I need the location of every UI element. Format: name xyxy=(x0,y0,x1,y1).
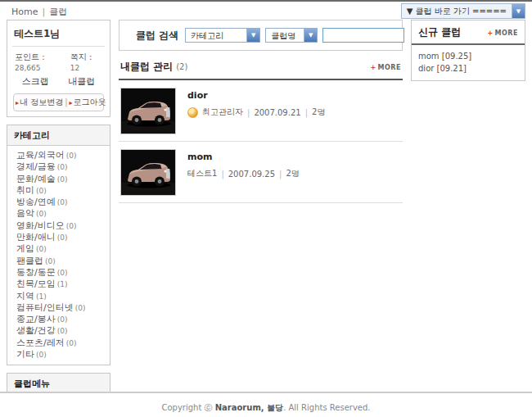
plus-icon: + xyxy=(487,29,493,37)
category-count: (0) xyxy=(57,163,68,171)
meta-separator: | xyxy=(221,170,223,179)
category-count: (0) xyxy=(66,339,77,347)
club-date: 2007.09.21 xyxy=(254,108,300,117)
category-count: (1) xyxy=(36,292,47,301)
club-meta: 최고관리자 | 2007.09.21 | 2명 xyxy=(187,107,325,118)
myclub-more-link[interactable]: +MORE xyxy=(370,64,401,71)
category-item[interactable]: 동창/동문(0) xyxy=(7,267,110,279)
right-sidebar: 신규 클럽 +MORE mom [09.25] dior [09.21] xyxy=(411,20,525,88)
club-quick-jump-select[interactable]: ▼ 클럽 바로 가기 ===== ▼ xyxy=(401,3,525,19)
category-count: (0) xyxy=(57,175,68,184)
club-info: dior 최고관리자 | 2007.09.21 | 2명 xyxy=(187,88,325,134)
myclub-list: dior 최고관리자 | 2007.09.21 | 2명 xyxy=(119,80,403,203)
user-info-box: 테스트1님 포인트 : 28,665 쪽지 : 12 스크랩 내클럽 ▸내 정보… xyxy=(7,20,110,117)
category-box: 카테고리 교육/외국어(0) 경제/금융(0) 문화/예술(0) 취미(0) 방… xyxy=(7,125,110,365)
breadcrumb-home[interactable]: Home xyxy=(11,7,38,17)
memo-value: 12 xyxy=(70,64,79,72)
arrow-bullet-icon: ▸ xyxy=(70,99,73,107)
left-sidebar: 테스트1님 포인트 : 28,665 쪽지 : 12 스크랩 내클럽 ▸내 정보… xyxy=(7,20,110,417)
club-search-bar: 클럽 검색 카테고리 ▼ 클럽명 ▼ 검색 xyxy=(119,20,403,51)
user-links: 스크랩 내클럽 xyxy=(12,73,105,93)
search-label: 클럽 검색 xyxy=(136,29,178,43)
search-input[interactable] xyxy=(322,28,404,43)
search-category-select[interactable]: 카테고리 ▼ xyxy=(185,28,260,43)
category-count: (0) xyxy=(45,257,56,265)
club-thumbnail-car-image[interactable] xyxy=(120,149,176,196)
footer: Copyright ⓒ Naraorum, 불당. All Rights Res… xyxy=(0,392,532,417)
gold-medal-icon xyxy=(187,107,198,118)
top-bar: Home|클럽 ▼ 클럽 바로 가기 ===== ▼ xyxy=(0,2,532,20)
myclub-section-title: 내클럽 관리 xyxy=(120,60,173,74)
myclub-section-header: 내클럽 관리 (2) +MORE xyxy=(119,57,403,80)
new-clubs-box: 신규 클럽 +MORE mom [09.25] dior [09.21] xyxy=(411,20,525,81)
new-clubs-list: mom [09.25] dior [09.21] xyxy=(412,45,525,80)
breadcrumb-separator: | xyxy=(42,7,45,17)
search-field-select[interactable]: 클럽명 ▼ xyxy=(265,28,318,43)
category-title: 카테고리 xyxy=(7,125,110,146)
breadcrumb-club[interactable]: 클럽 xyxy=(49,7,67,17)
category-count: (0) xyxy=(36,351,47,359)
myclub-link[interactable]: 내클럽 xyxy=(68,75,95,88)
main-content: 클럽 검색 카테고리 ▼ 클럽명 ▼ 검색 내클럽 관리 (2) +MOR xyxy=(119,20,403,203)
columns: 테스트1님 포인트 : 28,665 쪽지 : 12 스크랩 내클럽 ▸내 정보… xyxy=(0,20,532,417)
category-item[interactable]: 스포츠/레저(0) xyxy=(7,338,110,349)
category-item[interactable]: 교육/외국어(0) xyxy=(7,150,110,161)
new-club-item[interactable]: dior [09.21] xyxy=(418,62,518,75)
meta-separator: | xyxy=(247,108,250,117)
category-count: (0) xyxy=(66,152,77,160)
club-name-link[interactable]: dior xyxy=(187,90,325,101)
category-item[interactable]: 팬클럽(0) xyxy=(7,256,110,267)
new-clubs-header: 신규 클럽 +MORE xyxy=(412,20,525,45)
edit-info-button[interactable]: 내 정보변경 xyxy=(20,97,63,107)
logout-button[interactable]: 로그아웃 xyxy=(74,97,106,107)
category-list: 교육/외국어(0) 경제/금융(0) 문화/예술(0) 취미(0) 방송/연예(… xyxy=(7,146,110,365)
new-club-item[interactable]: mom [09.25] xyxy=(418,50,518,62)
category-item[interactable]: 컴퓨터/인터넷(0) xyxy=(7,302,110,314)
category-count: (0) xyxy=(57,198,68,206)
arrow-bullet-icon: ▸ xyxy=(16,99,19,107)
new-clubs-more-link[interactable]: +MORE xyxy=(487,29,518,37)
meta-separator: | xyxy=(305,108,308,117)
category-count: (0) xyxy=(36,210,47,218)
club-owner: 테스트1 xyxy=(187,168,217,179)
user-stats: 포인트 : 28,665 쪽지 : 12 xyxy=(12,47,105,73)
category-count: (0) xyxy=(36,187,47,195)
club-row: dior 최고관리자 | 2007.09.21 | 2명 xyxy=(119,80,403,142)
category-item[interactable]: 기타(0) xyxy=(7,349,110,360)
copyright-text: Copyright ⓒ Naraorum, 불당. All Rights Res… xyxy=(161,403,370,412)
club-thumbnail-car-image[interactable] xyxy=(120,88,176,134)
category-item[interactable]: 생활/건강(0) xyxy=(7,325,110,337)
category-item[interactable]: 취미(0) xyxy=(7,185,110,197)
point-value: 28,665 xyxy=(15,64,41,72)
category-item[interactable]: 영화/비디오(0) xyxy=(7,220,110,232)
plus-icon: + xyxy=(370,64,376,71)
category-item[interactable]: 친목/모임(1) xyxy=(7,279,110,290)
user-name: 테스트1님 xyxy=(12,25,105,47)
category-item[interactable]: 문화/예술(0) xyxy=(7,174,110,185)
club-owner: 최고관리자 xyxy=(202,107,243,118)
action-separator: | xyxy=(65,97,67,107)
scrap-link[interactable]: 스크랩 xyxy=(22,75,49,88)
category-item[interactable]: 방송/연예(0) xyxy=(7,197,110,208)
category-item[interactable]: 음악(0) xyxy=(7,208,110,220)
category-item[interactable]: 경제/금융(0) xyxy=(7,161,110,173)
myclub-count: (2) xyxy=(176,62,187,71)
club-name-link[interactable]: mom xyxy=(187,152,300,162)
category-item[interactable]: 지역(1) xyxy=(7,291,110,302)
category-item[interactable]: 만화/애니(0) xyxy=(7,232,110,243)
point-stat: 포인트 : 28,665 xyxy=(15,52,70,72)
category-item[interactable]: 게임(0) xyxy=(7,243,110,255)
page: Home|클럽 ▼ 클럽 바로 가기 ===== ▼ 테스트1님 포인트 : 2… xyxy=(0,0,532,417)
chevron-down-icon[interactable]: ▼ xyxy=(304,29,317,42)
club-meta: 테스트1 | 2007.09.25 | 2명 xyxy=(187,168,300,179)
category-count: (0) xyxy=(57,327,68,335)
club-member-count: 2명 xyxy=(312,107,325,118)
club-date: 2007.09.25 xyxy=(228,170,275,179)
category-count: (0) xyxy=(66,222,77,230)
category-count: (0) xyxy=(36,245,47,253)
category-item[interactable]: 종교/봉사(0) xyxy=(7,314,110,325)
chevron-down-icon[interactable]: ▼ xyxy=(246,29,259,42)
club-row: mom 테스트1 | 2007.09.25 | 2명 xyxy=(119,142,403,203)
brand-name: Naraorum, 불당 xyxy=(215,403,283,412)
chevron-down-icon[interactable]: ▼ xyxy=(512,4,525,18)
